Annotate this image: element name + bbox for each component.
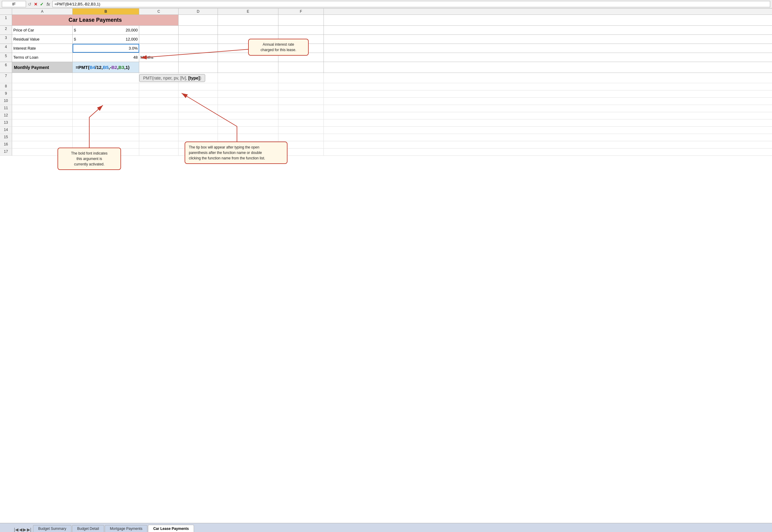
- cell-b4[interactable]: 3.0%: [73, 44, 139, 53]
- cell-a5[interactable]: Terms of Loan: [12, 53, 73, 62]
- cell-e6[interactable]: [218, 62, 278, 73]
- sheet-tabs: |◀ ◀ ▶ ▶| Budget Summary Budget Detail M…: [0, 523, 772, 532]
- cell-f5[interactable]: [278, 53, 324, 62]
- cell-f2[interactable]: [278, 26, 324, 34]
- col-header-e[interactable]: E: [218, 8, 278, 15]
- cell-c3[interactable]: [139, 35, 178, 44]
- value-b3: 12,000: [78, 37, 138, 41]
- column-headers: A B C D E F: [0, 8, 772, 15]
- cell-a7[interactable]: [12, 73, 73, 83]
- cell-f7[interactable]: [278, 73, 324, 83]
- cancel-icon[interactable]: ✕: [33, 2, 38, 7]
- cell-e3[interactable]: [218, 35, 278, 44]
- cell-d6[interactable]: [178, 62, 218, 73]
- col-header-b[interactable]: B: [73, 8, 139, 15]
- cell-d5[interactable]: [178, 53, 218, 62]
- cell-d2[interactable]: [178, 26, 218, 34]
- cell-d3[interactable]: [178, 35, 218, 44]
- cell-a6[interactable]: Monthly Payment: [12, 62, 73, 73]
- row-3: 3 Residual Value $ 12,000: [0, 35, 772, 44]
- name-box[interactable]: IF: [2, 1, 26, 7]
- row-16: 16: [0, 141, 772, 149]
- cell-e7[interactable]: [218, 73, 278, 83]
- cell-c2[interactable]: [139, 26, 178, 34]
- dollar-b2: $: [74, 28, 77, 32]
- formula-eq: =PMT(: [76, 65, 89, 70]
- value-b2: 20,000: [78, 28, 138, 32]
- cell-b6[interactable]: =PMT(B4/12,B5,-B2,B3,1): [73, 62, 139, 73]
- formula-b3: B3: [118, 65, 124, 70]
- row-num-2: 2: [0, 26, 12, 34]
- row-num-5: 5: [0, 53, 12, 62]
- row-5: 5 Terms of Loan 48 Months: [0, 53, 772, 62]
- col-header-f[interactable]: F: [278, 8, 324, 15]
- cell-a1[interactable]: Car Lease Payments: [12, 15, 178, 25]
- cell-e4[interactable]: [218, 44, 278, 53]
- cell-a3[interactable]: Residual Value: [12, 35, 73, 44]
- cell-f3[interactable]: [278, 35, 324, 44]
- formula-bar-icons: ↺ ✕ ✓: [27, 2, 44, 7]
- tab-nav-next[interactable]: ▶: [23, 527, 26, 532]
- tooltip-text-end: ): [200, 76, 201, 80]
- row-10: 10: [0, 98, 772, 105]
- cell-a4[interactable]: Interest Rate: [12, 44, 73, 53]
- cell-e5[interactable]: [218, 53, 278, 62]
- row-num-1: 1: [0, 15, 12, 25]
- col-header-d[interactable]: D: [178, 8, 218, 15]
- cell-f1[interactable]: [278, 15, 324, 25]
- row-num-7: 7: [0, 73, 12, 83]
- cell-b3[interactable]: $ 12,000: [73, 35, 139, 44]
- row-num-3: 3: [0, 35, 12, 44]
- tab-mortgage-payments[interactable]: Mortgage Payments: [105, 525, 147, 532]
- tab-nav-last[interactable]: ▶|: [27, 527, 31, 532]
- value-b4: 3.0%: [129, 46, 138, 51]
- cell-f4[interactable]: [278, 44, 324, 53]
- formula-b5: B5: [103, 65, 109, 70]
- cell-b5[interactable]: 48: [73, 53, 139, 62]
- row-num-header: [0, 8, 12, 15]
- fx-label: fx: [45, 2, 51, 7]
- cell-f6[interactable]: [278, 62, 324, 73]
- cell-b2[interactable]: $ 20,000: [73, 26, 139, 34]
- confirm-icon[interactable]: ✓: [39, 2, 44, 7]
- formula-b2: B2: [111, 65, 117, 70]
- cell-b7[interactable]: PMT(rate, nper, pv, [fv], [type]): [73, 73, 139, 83]
- grid-body: 1 Car Lease Payments 2 Price of Car $ 20…: [0, 15, 772, 523]
- tab-navigation[interactable]: |◀ ◀ ▶ ▶|: [12, 527, 33, 532]
- formula-bar: IF ↺ ✕ ✓ fx: [0, 0, 772, 8]
- cell-c4[interactable]: [139, 44, 178, 53]
- tab-nav-prev[interactable]: ◀: [19, 527, 22, 532]
- cell-c6[interactable]: [139, 62, 178, 73]
- tab-budget-summary[interactable]: Budget Summary: [33, 525, 71, 532]
- cell-e1[interactable]: [218, 15, 278, 25]
- row-13: 13: [0, 119, 772, 127]
- row-4: 4 Interest Rate 3.0%: [0, 44, 772, 53]
- tooltip-text-normal: PMT(rate, nper, pv, [fv],: [143, 76, 188, 80]
- row-7: 7 PMT(rate, nper, pv, [fv], [type]): [0, 73, 772, 83]
- row-num-4: 4: [0, 44, 12, 53]
- row-8: 8: [0, 83, 772, 90]
- row-14: 14: [0, 127, 772, 134]
- label-a5: Terms of Loan: [13, 55, 38, 60]
- value-b5: 48: [133, 55, 138, 60]
- formula-input[interactable]: [52, 1, 770, 7]
- row-15: 15: [0, 134, 772, 141]
- cell-e2[interactable]: [218, 26, 278, 34]
- row-num-6: 6: [0, 62, 12, 73]
- tab-budget-detail[interactable]: Budget Detail: [72, 525, 104, 532]
- row-2: 2 Price of Car $ 20,000: [0, 26, 772, 35]
- row-1: 1 Car Lease Payments: [0, 15, 772, 26]
- cell-a2[interactable]: Price of Car: [12, 26, 73, 34]
- row-11: 11: [0, 105, 772, 112]
- row-9: 9: [0, 90, 772, 98]
- undo-icon[interactable]: ↺: [27, 2, 32, 7]
- tab-car-lease-payments[interactable]: Car Lease Payments: [148, 525, 194, 532]
- cell-d1[interactable]: [178, 15, 218, 25]
- title-text: Car Lease Payments: [68, 17, 122, 23]
- tab-nav-first[interactable]: |◀: [14, 527, 18, 532]
- col-header-c[interactable]: C: [139, 8, 178, 15]
- label-a2: Price of Car: [13, 28, 34, 32]
- cell-d4[interactable]: [178, 44, 218, 53]
- col-header-a[interactable]: A: [12, 8, 73, 15]
- cell-c5[interactable]: Months: [139, 53, 178, 62]
